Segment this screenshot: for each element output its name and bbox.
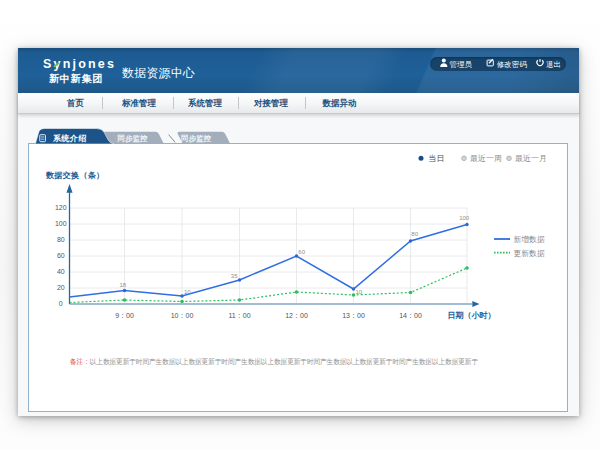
svg-text:35: 35 (231, 273, 238, 279)
svg-text:新增数据: 新增数据 (514, 235, 545, 244)
svg-text:修改密码: 修改密码 (497, 60, 528, 69)
svg-text:20: 20 (57, 284, 65, 291)
svg-text:10：00: 10：00 (171, 312, 194, 319)
svg-text:同步监控: 同步监控 (181, 134, 212, 143)
svg-text:14：00: 14：00 (399, 312, 422, 319)
svg-text:同步监控: 同步监控 (118, 134, 149, 143)
svg-text:80: 80 (57, 236, 65, 243)
svg-text:100: 100 (55, 220, 67, 227)
svg-text:10: 10 (184, 289, 191, 295)
svg-text:0: 0 (59, 300, 63, 307)
svg-text:18: 18 (120, 282, 127, 288)
svg-text:10: 10 (356, 289, 363, 295)
svg-text:9：00: 9：00 (115, 312, 134, 319)
svg-text:系统介绍: 系统介绍 (52, 133, 86, 143)
svg-text:退出: 退出 (546, 60, 561, 69)
svg-text:11：00: 11：00 (228, 312, 250, 319)
svg-text:60: 60 (57, 252, 65, 259)
svg-text:60: 60 (298, 249, 305, 255)
svg-text:80: 80 (411, 231, 418, 237)
svg-text:40: 40 (57, 268, 65, 275)
svg-text:120: 120 (55, 204, 67, 211)
svg-text:当日: 当日 (429, 154, 445, 163)
svg-text:100: 100 (459, 215, 470, 221)
svg-text:13：00: 13：00 (342, 312, 365, 319)
svg-text:管理员: 管理员 (450, 60, 473, 69)
svg-text:日期（小时）: 日期（小时） (448, 311, 496, 320)
svg-text:最近一周: 最近一周 (470, 154, 502, 163)
svg-text:数据交换（条）: 数据交换（条） (45, 171, 104, 180)
svg-text:12：00: 12：00 (285, 312, 308, 319)
svg-text:更新数据: 更新数据 (514, 249, 545, 258)
svg-text:最近一月: 最近一月 (515, 154, 547, 163)
